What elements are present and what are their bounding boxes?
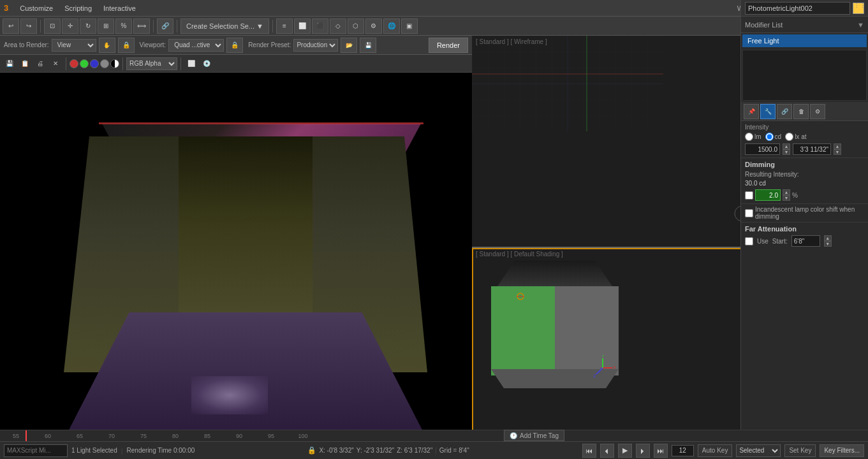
panel-grip[interactable]: ⋮⋮ [854,3,865,9]
red-channel-dot[interactable] [70,59,78,68]
cd-radio[interactable]: cd [765,133,782,141]
tb-map-button[interactable]: ⬡ [348,18,364,34]
display-icon[interactable]: ⬜ [184,57,198,71]
add-time-tag-button[interactable]: 🕐 Add Time Tag [504,430,564,441]
intensity-up-button[interactable]: ▲ [783,143,790,149]
intensity-secondary-input[interactable] [793,143,831,155]
all-channel-dot[interactable] [100,59,109,68]
y-coord-label: Y: -2'3 31/32" [357,447,394,454]
start-up-button[interactable]: ▲ [824,235,832,241]
selected-mode-dropdown[interactable]: Selected [736,444,781,457]
cd-radio-input[interactable] [765,133,774,141]
tb-material-button[interactable]: ◇ [330,18,346,34]
tb-scale-button[interactable]: ⊞ [98,18,114,34]
resulting-intensity-label: Resulting Intensity: [745,171,864,178]
dimming-enable-checkbox[interactable] [745,191,753,200]
render-lock-icon[interactable]: 🔒 [118,38,135,53]
dimming-up-button[interactable]: ▲ [783,189,790,195]
tb-select-button[interactable]: ⊡ [44,18,61,34]
create-sel-arrow-icon: ▼ [256,22,263,30]
render-button[interactable]: Render [429,38,468,53]
bw-channel-dot[interactable] [110,59,119,68]
area-to-render-dropdown[interactable]: View [52,39,96,52]
tb-mirror-button[interactable]: ⟺ [133,18,150,34]
intensity-input-row: ▲ ▼ ▲ ▼ [745,143,864,155]
tl-tick-65: 65 [64,433,96,439]
intensity-sec-up-button[interactable]: ▲ [834,143,841,149]
modifier-dropdown-arrow-icon[interactable]: ▼ [857,21,864,29]
auto-key-button[interactable]: Auto Key [698,444,733,457]
incandescent-label: Incandescent lamp color shift when dimmi… [755,206,864,220]
tl-tick-75: 75 [128,433,159,439]
frame-input[interactable] [672,445,694,456]
main-layout: Area to Render: View ✋ 🔒 Viewport: Quad … [0,36,868,459]
render-icon-bar: 💾 📋 🖨 ✕ RGB Alpha ⬜ 💿 [0,55,472,73]
tb-redo-button[interactable]: ↪ [20,18,37,34]
intensity-value-input[interactable] [745,143,780,155]
percent-label: % [792,192,798,199]
channel-select[interactable]: RGB Alpha [126,57,177,70]
copy-icon[interactable]: 📋 [18,57,32,71]
incandescent-checkbox[interactable] [745,209,753,217]
tb-rotate-button[interactable]: ↻ [80,18,96,34]
viewport-dropdown[interactable]: Quad ...ctive [168,39,224,52]
render-area-icon[interactable]: ✋ [99,38,115,53]
lm-radio[interactable]: lm [745,133,761,141]
modify-button[interactable]: 🔧 [760,104,776,119]
pin-stack-button[interactable]: 📌 [744,104,759,119]
delete-modifier-button[interactable]: 🗑 [793,104,809,119]
menu-interactive[interactable]: Interactive [98,3,141,13]
right-area: [ Standard ] [ Wireframe ] [472,36,868,459]
next-frame-button[interactable]: ⏵ [636,444,650,458]
menu-customize[interactable]: Customize [15,3,58,13]
area-to-render-section: Area to Render: View ✋ 🔒 [4,38,135,53]
preset-load-icon[interactable]: 📂 [341,38,357,53]
viewport-lock-icon[interactable]: 🔒 [226,38,243,53]
tb-undo-button[interactable]: ↩ [3,18,19,34]
go-start-button[interactable]: ⏮ [582,444,596,458]
tb-schematic-button[interactable]: ⬛ [312,18,328,34]
green-channel-dot[interactable] [80,59,89,68]
print-icon[interactable]: 🖨 [33,57,47,71]
create-selection-button[interactable]: Create Selection Se... ▼ [180,18,269,34]
preset-dropdown[interactable]: Production [293,39,338,52]
clear-icon[interactable]: ✕ [48,57,63,71]
lxat-radio[interactable]: lx at [785,133,806,141]
clock-icon: 🕐 [510,432,517,439]
tb-snap-button[interactable]: 🔗 [157,18,173,34]
object-name-row [741,0,868,17]
set-key-button[interactable]: Set Key [784,444,816,457]
start-down-button[interactable]: ▼ [824,241,832,247]
play-button[interactable]: ▶ [618,444,632,458]
tb-env-button[interactable]: 🌐 [383,18,400,34]
tb-move-button[interactable]: ✛ [62,18,78,34]
go-end-button[interactable]: ⏭ [654,444,668,458]
tb-layers-button[interactable]: ≡ [276,18,293,34]
dimming-percent-input[interactable] [755,189,781,201]
lxat-radio-input[interactable] [785,133,793,141]
prev-frame-button[interactable]: ⏴ [600,444,614,458]
intensity-down-button[interactable]: ▼ [783,149,790,155]
hierarchy-button[interactable]: 🔗 [777,104,792,119]
maxscript-input[interactable] [4,444,68,457]
far-atten-use-checkbox[interactable] [745,237,753,245]
modifier-selected-item[interactable]: Free Light [742,34,867,47]
object-name-input[interactable] [745,2,850,15]
key-filters-button[interactable]: Key Filters... [820,444,864,457]
tb-percent-button[interactable]: % [115,18,132,34]
menu-scripting[interactable]: Scripting [59,3,97,13]
blue-channel-dot[interactable] [90,59,99,68]
ram-icon[interactable]: 💿 [200,57,214,71]
dimming-down-button[interactable]: ▼ [783,195,790,201]
far-attenuation-section: Far Attenuation Use Start: ▲ ▼ [741,222,868,249]
tb-render-setup-button[interactable]: ⚙ [365,18,382,34]
preset-save-icon[interactable]: 💾 [360,38,376,53]
intensity-sec-down-button[interactable]: ▼ [834,149,841,155]
tb-render-frame-button[interactable]: ▣ [401,18,418,34]
tb-graph-button[interactable]: ⬜ [294,18,311,34]
lm-label: lm [754,133,761,140]
far-atten-start-input[interactable] [791,235,820,247]
save-icon[interactable]: 💾 [3,57,17,71]
configure-modifier-button[interactable]: ⚙ [810,104,825,119]
lm-radio-input[interactable] [745,133,753,141]
